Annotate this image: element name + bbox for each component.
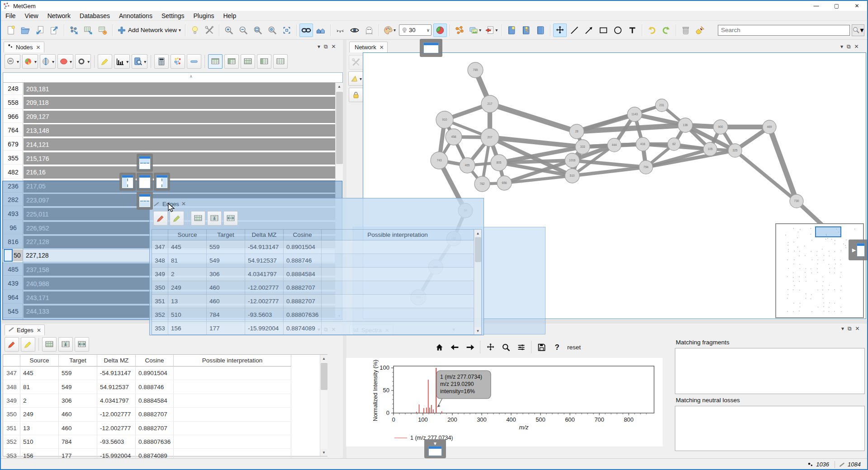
- menu-item-databases[interactable]: Databases: [75, 11, 114, 20]
- table-cell[interactable]: -12.002777: [245, 295, 284, 308]
- table-cell[interactable]: -12.002777: [97, 408, 136, 421]
- ruler-button[interactable]: ▾: [348, 71, 363, 86]
- highlight-red-button[interactable]: [153, 211, 168, 226]
- dock-close-icon[interactable]: ✕: [854, 43, 859, 50]
- table-cell[interactable]: 349: [152, 268, 168, 281]
- table-cell[interactable]: 350: [152, 281, 168, 295]
- highlight-yellow-button[interactable]: [98, 54, 112, 69]
- highlight-yellow-button[interactable]: [21, 337, 35, 352]
- highlight-green-button[interactable]: [170, 211, 184, 226]
- menu-item-file[interactable]: File: [1, 11, 20, 20]
- table-cell[interactable]: 0.888746: [136, 380, 174, 394]
- table-cell[interactable]: 445: [20, 367, 59, 380]
- menu-item-help[interactable]: Help: [218, 11, 241, 20]
- open-folder-button[interactable]: [19, 24, 32, 37]
- forward-button[interactable]: [463, 341, 477, 353]
- table-cell[interactable]: 306: [207, 268, 245, 281]
- table-cell[interactable]: -54.913147: [97, 367, 136, 380]
- table-cell[interactable]: 81: [20, 380, 59, 394]
- dock-float-icon[interactable]: ⧉: [848, 325, 852, 332]
- table-cell[interactable]: 13: [20, 422, 59, 435]
- node-row-value[interactable]: 203,181: [24, 83, 335, 95]
- column-header[interactable]: [152, 230, 168, 240]
- node-row-id[interactable]: 558: [3, 97, 23, 109]
- table-down-button[interactable]: [207, 211, 222, 226]
- table-cell[interactable]: 0.8882707: [136, 408, 174, 421]
- column-header[interactable]: Target: [207, 230, 245, 240]
- tab-edges[interactable]: Edges ✕: [5, 324, 45, 335]
- node-row-value[interactable]: 215,176: [24, 152, 335, 164]
- eye-open-button[interactable]: [348, 24, 361, 37]
- calculator-button[interactable]: [154, 54, 169, 69]
- table-cell[interactable]: -93.5603: [245, 308, 284, 322]
- nodes-tab-close-icon[interactable]: ✕: [36, 44, 41, 51]
- table-cell[interactable]: 352: [3, 435, 20, 449]
- table-cell[interactable]: [174, 380, 291, 394]
- node-row-value[interactable]: 216,16: [24, 166, 335, 179]
- notebook-bulb-button[interactable]: [505, 24, 518, 37]
- network-tab-close-icon[interactable]: ✕: [379, 44, 384, 51]
- back-button[interactable]: [448, 341, 461, 353]
- node-color-button[interactable]: ▾: [57, 54, 73, 69]
- notebook-button[interactable]: [534, 24, 547, 37]
- undo-button[interactable]: [645, 24, 659, 37]
- dock-indicator-right[interactable]: [154, 173, 170, 191]
- menu-item-plugins[interactable]: Plugins: [189, 11, 219, 20]
- table-cell[interactable]: 460: [59, 408, 97, 421]
- draw-rect-button[interactable]: [597, 24, 610, 37]
- screenshot-button[interactable]: ▾: [467, 24, 483, 37]
- table-col-button[interactable]: [257, 54, 271, 69]
- column-header[interactable]: Cosine: [136, 355, 174, 367]
- dock-indicator-top[interactable]: [137, 154, 153, 172]
- import-table-button[interactable]: [81, 24, 95, 37]
- node-row-value[interactable]: 214,121: [24, 138, 335, 150]
- table-cell[interactable]: 347: [152, 240, 168, 254]
- table-cell[interactable]: 351: [3, 422, 20, 435]
- table-cell[interactable]: 347: [3, 367, 20, 380]
- table-cell[interactable]: 353: [152, 322, 168, 335]
- tools-button[interactable]: [203, 24, 216, 37]
- tab-network[interactable]: Network ✕: [349, 42, 388, 52]
- search-input[interactable]: [718, 25, 850, 36]
- minimize-button[interactable]: —: [806, 1, 826, 11]
- circle-minus-button[interactable]: ▾: [5, 54, 20, 69]
- draw-line-button[interactable]: [568, 24, 581, 37]
- scroll-up-icon[interactable]: ▲: [320, 355, 327, 362]
- column-header[interactable]: Possible interpretation: [174, 355, 291, 367]
- report-button[interactable]: ▾: [484, 24, 499, 37]
- table-cell[interactable]: 549: [59, 380, 97, 394]
- table-cell[interactable]: [322, 295, 474, 308]
- table-header-button[interactable]: [208, 54, 223, 69]
- column-header[interactable]: Possible interpretation: [322, 230, 474, 240]
- table-cell[interactable]: 0.8882707: [284, 281, 322, 295]
- close-button[interactable]: ✕: [847, 1, 867, 11]
- sliders-button[interactable]: [514, 341, 528, 353]
- eye-closed-button[interactable]: [333, 24, 347, 37]
- lock-button[interactable]: [349, 88, 363, 102]
- column-header[interactable]: Delta MZ: [245, 230, 284, 240]
- network-orange-button[interactable]: [453, 24, 466, 37]
- table-cell[interactable]: 2: [20, 394, 59, 408]
- maximize-button[interactable]: ▢: [826, 1, 847, 11]
- node-row-id[interactable]: 248: [3, 83, 23, 95]
- scrollbar-thumb[interactable]: [336, 92, 343, 164]
- bar-chart-button[interactable]: ▾: [114, 54, 130, 69]
- dock-float-icon[interactable]: ⧉: [847, 43, 851, 50]
- table-cell[interactable]: 460: [207, 281, 245, 295]
- edges-table-scrollbar[interactable]: ▲ ▼: [320, 355, 327, 456]
- dock-indicator-center[interactable]: [137, 173, 153, 191]
- ghost-button[interactable]: [362, 24, 376, 37]
- table-cell[interactable]: 0.8884584: [136, 394, 174, 408]
- table-zebra-button[interactable]: [241, 54, 255, 69]
- zoom-selection-button[interactable]: [266, 24, 279, 37]
- new-file-button[interactable]: [4, 24, 18, 37]
- reset-button[interactable]: reset: [564, 343, 583, 352]
- floating-title-bar[interactable]: Edges ✕: [150, 198, 484, 209]
- highlight-red-button[interactable]: [5, 337, 19, 352]
- table-cell[interactable]: 348: [152, 254, 168, 268]
- menu-item-network[interactable]: Network: [43, 11, 75, 20]
- network-minimap[interactable]: [775, 223, 864, 318]
- cluster-button[interactable]: [171, 54, 185, 69]
- table-zebra-button[interactable]: [191, 211, 205, 226]
- floating-table-scrollbar[interactable]: ▲ ▼: [474, 230, 481, 334]
